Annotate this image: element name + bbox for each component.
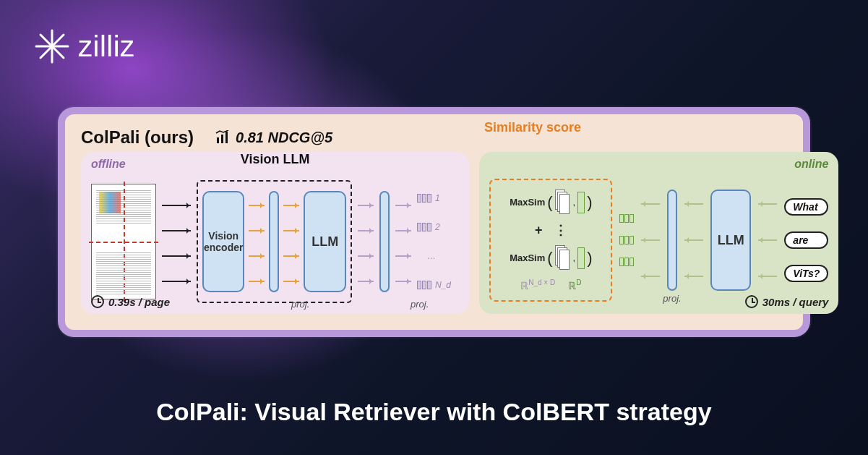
panels-row: offline Vision LLM Vision encoder [81,152,787,314]
llm-to-proj-arrows [684,197,703,284]
vision-llm-box: Vision encoder LLM [197,180,352,303]
svg-rect-5 [221,135,223,143]
plus-row: +⋮ [535,222,567,238]
proj-label-2: proj. [411,299,429,310]
brand-logo: zilliz [35,29,135,64]
document-thumbnail [91,184,156,299]
out-vec-1: 1 [417,193,457,203]
proj-bar-online [667,190,677,291]
offline-timing: 0.39s / page [91,295,170,308]
bar-chart-icon [215,130,230,145]
proj-to-llm-arrows [283,184,299,299]
clock-icon [745,295,758,308]
metric-value: 0.81 NDCG@5 [236,129,332,146]
out-vec-ellipsis: … [417,251,457,261]
online-tag: online [794,158,828,171]
dimension-labels: ℝN_d × D ℝD [520,278,581,292]
metric-badge: 0.81 NDCG@5 [215,129,332,146]
query-token-2: are [784,231,828,249]
query-vec-icon [577,192,585,213]
encoder-to-proj-arrows [249,184,265,299]
maxsim-row-2: MaxSim ( , ) [510,245,592,271]
vision-encoder-block: Vision encoder [202,191,244,292]
svg-rect-4 [217,137,219,143]
online-flow: MaxSim ( , ) +⋮ MaxSim ( , ) [489,175,828,305]
query-tokens: What are ViTs? [784,198,828,282]
proj-bar-2 [379,191,390,292]
output-vectors: 1 2 … N_d [417,184,457,299]
query-token-3: ViTs? [784,265,828,282]
proj-label-1: proj. [291,299,309,310]
patch-arrows [162,184,191,299]
brand-name: zilliz [78,30,135,63]
starburst-icon [35,29,69,64]
proj-to-out-arrows [395,184,411,299]
doc-vec-stack-icon [555,245,571,271]
similarity-score-label: Similarity score [484,120,581,135]
llm-block-offline: LLM [304,191,346,292]
proj-to-sim-arrows [641,197,660,284]
out-vec-n: N_d [417,280,457,290]
offline-panel: offline Vision LLM Vision encoder [81,152,469,314]
diagram-card: ColPali (ours) 0.81 NDCG@5 Similarity sc… [58,107,810,337]
vision-llm-label: Vision LLM [241,152,310,167]
online-timing-text: 30ms / query [762,296,829,308]
query-vec-icon [577,247,585,269]
proj-label-online: proj. [663,293,681,304]
diagram-header: ColPali (ours) 0.81 NDCG@5 [81,127,787,148]
proj-bar-1 [269,191,279,292]
offline-timing-text: 0.39s / page [108,296,170,308]
llm-block-online: LLM [710,190,751,291]
online-panel: online MaxSim ( , ) +⋮ MaxSim ( [479,152,838,314]
offline-flow: Vision encoder LLM [91,177,459,307]
query-vectors-col [619,214,634,266]
llm-to-proj2-arrows [358,184,374,299]
query-to-llm-arrows [758,197,777,284]
maxsim-row-1: MaxSim ( , ) [510,190,592,216]
out-vec-2: 2 [417,222,457,232]
online-timing: 30ms / query [745,295,829,308]
offline-tag: offline [91,158,126,171]
figure-caption: ColPali: Visual Retriever with ColBERT s… [0,398,868,426]
svg-rect-6 [225,132,228,143]
similarity-box: MaxSim ( , ) +⋮ MaxSim ( , ) [489,179,612,302]
diagram-title: ColPali (ours) [81,127,194,148]
clock-icon [91,295,104,308]
doc-vec-stack-icon [555,190,571,216]
query-token-1: What [784,198,828,216]
